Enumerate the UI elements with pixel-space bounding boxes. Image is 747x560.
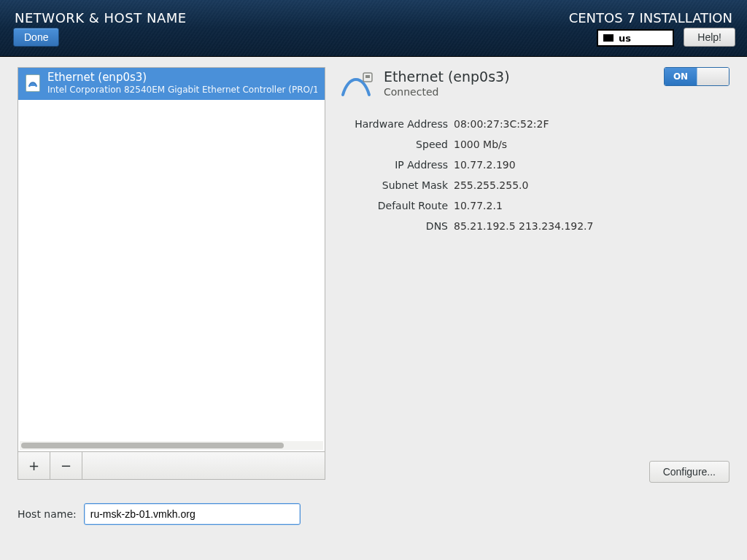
- main-content: Ethernet (enp0s3) Intel Corporation 8254…: [0, 57, 747, 490]
- value-speed: 1000 Mb/s: [454, 139, 729, 150]
- label-speed: Speed: [338, 139, 448, 150]
- label-subnet-mask: Subnet Mask: [338, 179, 448, 191]
- add-remove-toolbar: + −: [18, 452, 325, 480]
- configure-button[interactable]: Configure...: [649, 461, 729, 483]
- label-hardware-address: Hardware Address: [338, 118, 448, 130]
- interface-description: Intel Corporation 82540EM Gigabit Ethern…: [47, 85, 317, 96]
- current-interface-status: Connected: [384, 86, 510, 98]
- hostname-input[interactable]: [84, 503, 301, 525]
- keyboard-layout-selector[interactable]: us: [597, 29, 674, 47]
- details-grid: Hardware Address 08:00:27:3C:52:2F Speed…: [338, 118, 729, 232]
- value-subnet-mask: 255.255.255.0: [454, 179, 729, 191]
- interface-list[interactable]: Ethernet (enp0s3) Intel Corporation 8254…: [18, 67, 325, 452]
- done-button[interactable]: Done: [13, 28, 59, 47]
- ethernet-icon: [26, 74, 40, 92]
- scrollbar-thumb[interactable]: [21, 443, 284, 448]
- page-title: NETWORK & HOST NAME: [15, 10, 187, 26]
- interface-name: Ethernet (enp0s3): [47, 71, 317, 85]
- horizontal-scrollbar[interactable]: [20, 441, 323, 450]
- keyboard-layout-label: us: [619, 33, 631, 44]
- interface-panel: Ethernet (enp0s3) Intel Corporation 8254…: [18, 67, 325, 480]
- interface-item[interactable]: Ethernet (enp0s3) Intel Corporation 8254…: [18, 68, 325, 100]
- installer-header: NETWORK & HOST NAME CENTOS 7 INSTALLATIO…: [0, 0, 747, 57]
- hostname-label: Host name:: [18, 508, 77, 520]
- current-interface-title: Ethernet (enp0s3): [384, 69, 510, 85]
- value-ip-address: 10.77.2.190: [454, 159, 729, 171]
- value-default-route: 10.77.2.1: [454, 200, 729, 211]
- interface-details-panel: Ethernet (enp0s3) Connected ON Hardware …: [338, 67, 729, 480]
- remove-interface-button[interactable]: −: [50, 452, 82, 479]
- svg-point-1: [35, 85, 37, 88]
- toggle-knob: [697, 68, 729, 85]
- svg-rect-3: [365, 75, 370, 78]
- hostname-row: Host name:: [18, 503, 301, 525]
- add-interface-button[interactable]: +: [18, 452, 50, 479]
- ethernet-big-icon: [338, 69, 374, 104]
- interface-toggle[interactable]: ON: [664, 67, 729, 86]
- toggle-on-label: ON: [665, 68, 697, 85]
- value-hardware-address: 08:00:27:3C:52:2F: [454, 118, 729, 130]
- toolbar-spacer: [82, 452, 325, 479]
- help-button[interactable]: Help!: [684, 28, 735, 47]
- installer-title: CENTOS 7 INSTALLATION: [569, 10, 732, 26]
- keyboard-icon: [603, 34, 614, 42]
- label-default-route: Default Route: [338, 200, 448, 211]
- label-dns: DNS: [338, 220, 448, 232]
- svg-point-0: [28, 85, 31, 88]
- value-dns: 85.21.192.5 213.234.192.7: [454, 220, 729, 232]
- label-ip-address: IP Address: [338, 159, 448, 171]
